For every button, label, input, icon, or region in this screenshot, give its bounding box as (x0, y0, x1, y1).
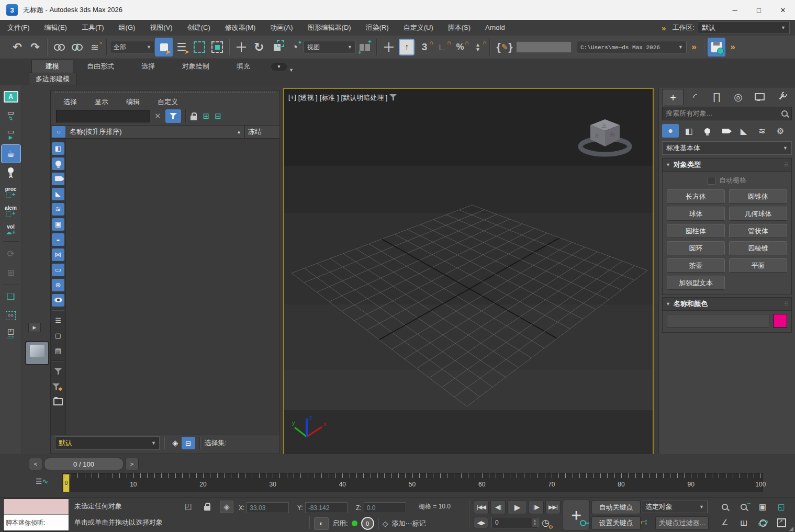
object-type-rollout-header[interactable]: ▼ 对象类型 ⠿ (663, 159, 791, 172)
object-name-field[interactable] (667, 314, 769, 327)
add-time-tag-button[interactable]: 添加⋯标记 (391, 519, 426, 528)
arnold-properties-button[interactable]: ⊞ (2, 264, 20, 281)
tab-utilities[interactable] (771, 89, 792, 105)
mini-curve-editor-button[interactable]: ☰∿ (36, 477, 48, 485)
macro-recorder-pane[interactable] (4, 499, 69, 515)
show-bones-toggle[interactable]: ⋈ (52, 248, 64, 261)
arnold-flush-cache-button[interactable]: ▭↯ (2, 107, 20, 124)
rectangular-selection-region-button[interactable] (191, 38, 208, 56)
z-coordinate-field[interactable]: 0.0 (364, 502, 406, 513)
explorer-menu-edit[interactable]: 编辑 (126, 97, 140, 107)
explorer-empty-list[interactable] (66, 139, 279, 435)
category-lights[interactable] (699, 124, 715, 138)
save-file-button[interactable] (708, 38, 725, 56)
tab-create[interactable]: ＋ (662, 89, 684, 105)
detail-view-button[interactable]: ▤ (52, 345, 64, 357)
menu-graph-editors[interactable]: 图形编辑器(D) (300, 20, 359, 36)
show-groups-toggle[interactable]: ▣ (52, 218, 64, 231)
go-to-end-button[interactable]: ▶▶| (545, 500, 561, 514)
lock-icon[interactable] (191, 116, 197, 120)
workspace-combo[interactable]: 默认▼ (698, 21, 790, 34)
redo-button[interactable]: ↷ (26, 38, 44, 56)
pan-view-button[interactable]: Ш (735, 515, 753, 530)
column-name-header[interactable]: 名称(按升序排序) ▲ (66, 127, 244, 137)
select-and-rotate-button[interactable]: ↻ (250, 38, 268, 56)
show-hidden-toggle[interactable] (52, 294, 64, 307)
ribbon-tab-populate[interactable]: 填充 (223, 60, 264, 73)
percent-snap-button[interactable]: %∩ (451, 38, 469, 56)
explorer-menu-select[interactable]: 选择 (63, 97, 77, 107)
arnold-volume-button[interactable]: vol☁+ (2, 221, 20, 239)
menu-create[interactable]: 创建(C) (180, 20, 218, 36)
previous-frame-button[interactable]: < (29, 458, 42, 470)
layers-icon[interactable]: ◈ (172, 438, 178, 448)
select-object-button[interactable]: ➤ (155, 38, 173, 56)
geosphere-button[interactable]: 几何球体 (729, 207, 787, 221)
textplus-button[interactable]: 加强型文本 (667, 276, 725, 290)
sphere-button[interactable]: 球体 (667, 207, 725, 221)
menu-rendering[interactable]: 渲染(R) (359, 20, 396, 36)
menu-customize[interactable]: 自定义(U) (396, 20, 441, 36)
ribbon-tab-selection[interactable]: 选择 (128, 60, 169, 73)
go-to-start-button[interactable]: |◀◀ (474, 500, 489, 514)
snap-3d-button[interactable]: 3∩ (416, 38, 433, 56)
show-geometry-toggle[interactable]: ◧ (52, 142, 64, 155)
maximize-button[interactable]: □ (747, 0, 771, 20)
show-xrefs-toggle[interactable]: ◒ (52, 233, 64, 246)
selection-set-combo[interactable]: 选定对象▼ (642, 501, 708, 513)
arnold-render-view-button[interactable]: A (2, 88, 20, 106)
menu-overflow-chevron[interactable]: » (657, 24, 670, 32)
timeline-ruler[interactable]: 0 102030405060708090100 (62, 473, 763, 492)
tab-hierarchy[interactable]: ∏ (707, 89, 727, 105)
ribbon-subtab-polygon-modeling[interactable]: 多边形建模 (29, 73, 76, 85)
arnold-render-selected-button[interactable]: ☕ (1, 144, 21, 163)
panel-drag-handle[interactable] (55, 92, 275, 95)
hierarchy-view-button[interactable]: ⊟ (182, 437, 195, 449)
category-systems[interactable]: ⚙ (772, 124, 789, 138)
panel-expand-arrow[interactable]: ▶ (28, 323, 41, 332)
cone-button[interactable]: 圆锥体 (729, 189, 787, 203)
orbit-button[interactable] (754, 515, 771, 530)
explorer-menu-customize[interactable]: 自定义 (158, 97, 178, 107)
y-coordinate-field[interactable]: -83.142 (305, 502, 348, 513)
listener-pane[interactable]: 脚本迷你侦听: (4, 515, 69, 530)
collapse-tree-icon[interactable]: ⊟ (215, 111, 221, 121)
use-pivot-point-button[interactable]: + + (356, 38, 374, 56)
blank-view-button[interactable]: ▢ (52, 330, 64, 342)
object-color-swatch[interactable] (773, 314, 787, 327)
adaptive-degradation-toggle[interactable]: ◐ (314, 517, 329, 530)
arnold-convert-button[interactable]: ⟳ (2, 245, 20, 263)
tab-display[interactable] (749, 89, 770, 105)
clear-search-icon[interactable]: ✕ (150, 111, 165, 121)
new-container-button[interactable] (52, 395, 64, 408)
arnold-sequence-render-button[interactable]: ▭▶ (2, 126, 20, 143)
project-folder-combo[interactable]: C:\Users\me⋯ds Max 2026 ▼ (577, 41, 687, 53)
cylinder-button[interactable]: 圆柱体 (667, 224, 725, 238)
category-cameras[interactable] (717, 124, 734, 138)
frame-counter-field[interactable]: 0 / 100 (44, 458, 124, 470)
category-space-warps[interactable]: ≋ (754, 124, 770, 138)
isolate-selection-toggle[interactable]: ◰ (182, 501, 195, 512)
menu-arnold[interactable]: Arnold (478, 20, 512, 36)
snaps-use-axis-button[interactable]: ↑ (398, 38, 416, 56)
tab-modify[interactable]: ◜ (685, 89, 705, 105)
zoom-button[interactable] (716, 500, 734, 514)
arnold-alembic-button[interactable]: alem⬚+ (2, 202, 20, 220)
toolbar-overflow-left[interactable]: » (687, 38, 701, 56)
explorer-search-input[interactable] (56, 110, 150, 122)
menu-animation[interactable]: 动画(A) (263, 20, 300, 36)
viewport-pov-menu[interactable]: [透视 ] (298, 93, 318, 103)
bind-to-space-warp-button[interactable]: ≋∘ (86, 38, 104, 56)
geometry-class-combo[interactable]: 标准基本体▼ (662, 141, 792, 155)
show-space-warps-toggle[interactable]: ≋ (52, 203, 64, 216)
arnold-light-button[interactable]: A (2, 164, 20, 182)
viewport-shading-menu[interactable]: [默认明暗处理 ] (341, 93, 388, 103)
ribbon-minimize-button[interactable]: ▼ (271, 63, 287, 71)
reference-coordinate-combo[interactable]: 视图▼ (304, 41, 356, 53)
zoom-extents-button[interactable]: ▣ (754, 500, 771, 514)
selection-filter-combo[interactable]: 全部▼ (110, 41, 155, 53)
teapot-button[interactable]: 茶壶 (667, 258, 725, 273)
zoom-all-button[interactable]: ▪▪ (735, 500, 753, 514)
select-and-move-button[interactable] (232, 38, 250, 56)
time-configuration-button[interactable]: ◷⚙ (542, 517, 550, 528)
